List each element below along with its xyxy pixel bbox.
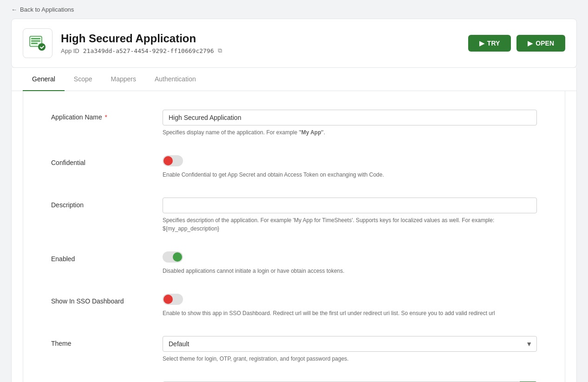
copy-icon[interactable]: ⧉ (218, 47, 222, 54)
svg-point-4 (38, 43, 46, 51)
show-in-sso-row: Show In SSO Dashboard Enable to show thi… (51, 294, 537, 317)
tab-general[interactable]: General (23, 68, 65, 91)
back-link-label: Back to Applications (20, 6, 74, 13)
try-button[interactable]: ▶ TRY (468, 35, 511, 52)
theme-field: Default ▼ Select theme for login, OTP, g… (163, 336, 537, 363)
show-in-sso-hint: Enable to show this app in SSO Dashboard… (163, 309, 537, 317)
svg-rect-2 (31, 40, 40, 42)
content-area: Application Name * Specifies display nam… (23, 91, 565, 382)
confidential-row: Confidential Enable Confidential to get … (51, 155, 537, 179)
app-info: High Secured Application App ID 21a349dd… (61, 32, 460, 54)
try-label: TRY (487, 40, 500, 47)
enabled-row: Enabled Disabled applications cannot ini… (51, 251, 537, 275)
theme-select[interactable]: Default (163, 336, 537, 352)
svg-rect-1 (31, 38, 40, 40)
app-icon (23, 28, 52, 58)
back-to-applications-link[interactable]: ← Back to Applications (11, 6, 74, 13)
theme-hint: Select theme for login, OTP, grant, regi… (163, 355, 537, 363)
confidential-toggle[interactable] (163, 155, 183, 166)
description-row: Description Specifies description of the… (51, 198, 537, 233)
show-in-sso-toggle[interactable] (163, 294, 183, 305)
application-name-label: Application Name * (51, 110, 144, 121)
tab-scope[interactable]: Scope (65, 68, 102, 91)
application-name-field: Specifies display name of the applicatio… (163, 110, 537, 137)
enabled-field: Disabled applications cannot initiate a … (163, 251, 537, 275)
open-label: OPEN (536, 40, 554, 47)
theme-row: Theme Default ▼ Select theme for login, … (51, 336, 537, 363)
theme-select-wrapper: Default ▼ (163, 336, 537, 352)
confidential-label: Confidential (51, 155, 144, 166)
application-name-row: Application Name * Specifies display nam… (51, 110, 537, 137)
description-label: Description (51, 198, 144, 209)
confidential-field: Enable Confidential to get App Secret an… (163, 155, 537, 179)
theme-label: Theme (51, 336, 144, 347)
enabled-label: Enabled (51, 251, 144, 263)
show-in-sso-label: Show In SSO Dashboard (51, 294, 144, 305)
tab-authentication[interactable]: Authentication (145, 68, 205, 91)
required-star: * (103, 113, 107, 121)
enabled-hint: Disabled applications cannot initiate a … (163, 267, 537, 275)
back-arrow-icon: ← (11, 6, 17, 13)
app-title: High Secured Application (61, 32, 460, 45)
show-in-sso-field: Enable to show this app in SSO Dashboard… (163, 294, 537, 317)
application-name-hint: Specifies display name of the applicatio… (163, 128, 537, 137)
tabs-container: General Scope Mappers Authentication App… (11, 68, 577, 382)
tab-mappers[interactable]: Mappers (102, 68, 145, 91)
try-play-icon: ▶ (479, 40, 484, 47)
open-play-icon: ▶ (528, 40, 533, 47)
description-field: Specifies description of the application… (163, 198, 537, 233)
application-name-input[interactable] (163, 110, 537, 125)
app-id-value: 21a349dd-a527-4454-9292-ff10669c2796 (83, 47, 214, 54)
description-input[interactable] (163, 198, 537, 213)
app-header: High Secured Application App ID 21a349dd… (11, 19, 577, 68)
app-id-label: App ID (61, 47, 79, 54)
svg-rect-3 (31, 43, 38, 44)
open-button[interactable]: ▶ OPEN (516, 35, 565, 52)
header-actions: ▶ TRY ▶ OPEN (468, 35, 565, 52)
description-hint: Specifies description of the application… (163, 216, 537, 233)
confidential-hint: Enable Confidential to get App Secret an… (163, 171, 537, 179)
tabs: General Scope Mappers Authentication (12, 68, 576, 91)
enabled-toggle[interactable] (163, 251, 183, 263)
